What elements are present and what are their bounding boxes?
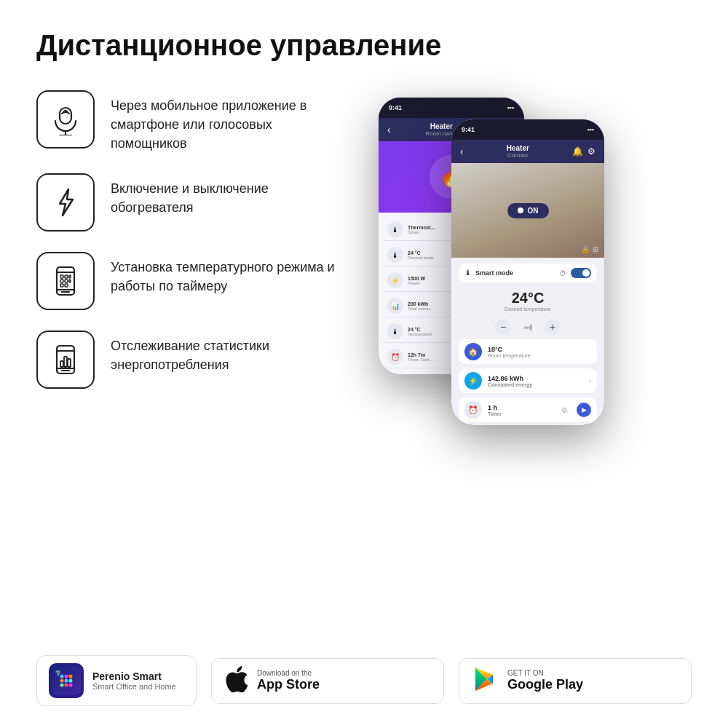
feature-item-chart: Отслеживание статистики энергопотреблени…: [36, 331, 342, 389]
feature-text-lightning: Включение и выключение обогревателя: [111, 173, 342, 217]
bottom-area: Perenio Smart Smart Office and Home Down…: [36, 644, 692, 706]
svg-rect-6: [60, 275, 63, 278]
lock-icon: 🔒: [581, 245, 590, 253]
phone-front-icons: ▪▪▪: [587, 126, 594, 133]
smart-mode-row: 🌡 Smart mode ⏱: [459, 264, 597, 282]
smart-mode-toggle[interactable]: [571, 268, 591, 278]
content-area: Через мобильное приложение в смартфоне и…: [36, 83, 692, 629]
energy-row: ⚡ 142.86 kWh Consumed energy ›: [459, 368, 597, 393]
microphone-icon: [50, 103, 82, 135]
on-dot: [518, 207, 523, 213]
phone-front-title-area: Heater Corridor: [507, 144, 529, 159]
temp-label: Desired temperature: [459, 306, 597, 312]
smart-mode-text: Smart mode: [475, 269, 513, 277]
app-brand-badge: Perenio Smart Smart Office and Home: [36, 655, 197, 706]
room-temp-sub: Room temperature: [488, 353, 530, 358]
brand-name: Perenio Smart: [92, 670, 176, 682]
page-title: Дистанционное управление: [36, 29, 692, 61]
svg-point-26: [60, 679, 64, 683]
clock-icon: ⏱: [559, 269, 566, 277]
room-temp-row: 🏠 18°C Room temperature: [459, 339, 597, 364]
smart-mode-icon: 🌡: [464, 269, 471, 277]
phone-back-notch: 9:41 ▪▪▪: [379, 98, 524, 118]
phone-back-icons: ▪▪▪: [507, 104, 514, 111]
lightning-icon: [50, 186, 82, 218]
feature-text-phone: Установка температурного режима и работы…: [111, 252, 342, 296]
back-arrow-icon: ‹: [387, 124, 391, 135]
phone-front-header-icons: 🔔 ⚙: [572, 146, 596, 157]
temp-value: 24°C: [459, 290, 597, 306]
timer-value: 1 h: [488, 404, 555, 411]
svg-rect-15: [57, 346, 74, 373]
on-label: ON: [528, 207, 539, 215]
svg-rect-9: [60, 280, 63, 282]
app-store-line2: App Store: [257, 677, 320, 692]
svg-rect-11: [69, 280, 71, 282]
google-play-badge[interactable]: GET IT ON Google Play: [459, 658, 692, 704]
svg-point-32: [58, 674, 59, 676]
app-store-badge[interactable]: Download on the App Store: [211, 658, 444, 704]
phones-area: 9:41 ▪▪▪ ‹ Heater Room name 🔔 ⚙: [357, 83, 692, 629]
timer-row: ⏰ 1 h Timer ⚙ ▶: [459, 397, 597, 422]
google-play-line1: GET IT ON: [507, 669, 583, 677]
google-play-text: GET IT ON Google Play: [507, 669, 583, 692]
phone-front-screen: 9:41 ▪▪▪ ‹ Heater Corridor 🔔 ⚙: [451, 119, 604, 425]
list-icon-room-temp: 🌡: [387, 323, 403, 339]
svg-point-28: [69, 679, 73, 683]
icon-box-microphone: [36, 90, 95, 149]
svg-rect-8: [69, 275, 71, 278]
phone-grid-icon: [50, 265, 82, 297]
svg-rect-18: [60, 361, 63, 367]
list-icon-temp: 🌡: [387, 247, 403, 263]
smart-mode-icons: ⏱: [559, 268, 591, 278]
svg-rect-12: [60, 284, 63, 287]
phone-front-content: 🌡 Smart mode ⏱ 24°C Desired temperatur: [451, 258, 604, 425]
list-icon-thermostat: 🌡: [387, 221, 403, 237]
feature-item-microphone: Через мобильное приложение в смартфоне и…: [36, 90, 342, 153]
svg-point-25: [69, 675, 73, 678]
svg-rect-3: [57, 267, 74, 295]
front-bell-icon: 🔔: [572, 146, 583, 157]
front-gear-icon: ⚙: [587, 146, 596, 157]
phone-back-app-title: Heater: [426, 122, 458, 130]
svg-rect-7: [65, 275, 68, 278]
energy-icon: ⚡: [464, 372, 482, 389]
timer-play-button[interactable]: ▶: [577, 403, 591, 417]
grid2-icon: ⊞: [593, 245, 598, 253]
google-play-icon: [472, 666, 499, 696]
room-image: ON: [451, 163, 604, 258]
app-store-text: Download on the App Store: [257, 669, 320, 692]
room-temp-value: 18°C: [488, 346, 530, 353]
icon-box-chart: [36, 331, 95, 389]
apple-icon: [225, 666, 248, 696]
energy-text: 142.86 kWh Consumed energy: [488, 375, 583, 387]
svg-point-31: [69, 684, 73, 687]
temp-minus-button[interactable]: −: [495, 319, 511, 335]
svg-rect-10: [65, 280, 68, 282]
energy-arrow: ›: [589, 377, 591, 384]
feature-text-microphone: Через мобильное приложение в смартфоне и…: [111, 90, 342, 153]
list-icon-energy: 📊: [387, 298, 403, 314]
phone-front-time: 9:41: [462, 126, 475, 133]
icon-box-phone: [36, 252, 95, 310]
hero-bottom-icons: 🔒 ⊞: [581, 245, 598, 253]
svg-rect-20: [68, 359, 71, 367]
phone-back-time: 9:41: [389, 104, 402, 111]
brand-sub: Smart Office and Home: [92, 682, 176, 691]
temp-plus-button[interactable]: +: [545, 319, 561, 335]
brand-text: Perenio Smart Smart Office and Home: [92, 670, 176, 691]
timer-icon: ⏰: [464, 401, 482, 419]
temp-adjust-icon: ⫥: [523, 321, 533, 333]
energy-sub: Consumed energy: [488, 382, 583, 387]
svg-point-27: [65, 679, 68, 683]
feature-item-phone: Установка температурного режима и работы…: [36, 252, 342, 310]
phone-front-hero: ON 🔒 ⊞: [451, 163, 604, 258]
svg-rect-19: [64, 357, 67, 367]
room-temp-icon: 🏠: [464, 343, 482, 360]
svg-point-30: [65, 684, 68, 687]
phone-front-header: ‹ Heater Corridor 🔔 ⚙: [451, 140, 604, 163]
svg-point-24: [65, 675, 68, 678]
smart-mode-label: 🌡 Smart mode: [464, 269, 513, 277]
temp-display: 24°C Desired temperature: [459, 287, 597, 314]
chart-bar-icon: [50, 344, 82, 376]
